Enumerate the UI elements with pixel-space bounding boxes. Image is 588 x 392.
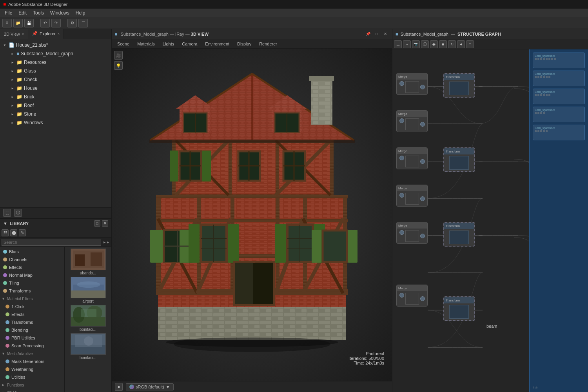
port-in-4[interactable] xyxy=(399,193,404,198)
lib-normal-map[interactable]: Normal Map xyxy=(0,271,64,279)
lib-pbr[interactable]: PBR Utilities xyxy=(0,334,64,342)
tree-brick[interactable]: ► 📁 Brick xyxy=(0,93,111,101)
port-out-4[interactable] xyxy=(420,196,425,201)
port-in-5[interactable] xyxy=(399,230,404,235)
viewport-area[interactable]: 🎥 💡 Photoreal Iterations: 500/500 Time: … xyxy=(112,49,392,381)
toolbar-btn4[interactable]: ☰ xyxy=(78,19,88,27)
vp-menu-scene[interactable]: Scene xyxy=(113,41,133,47)
port-in-1[interactable] xyxy=(399,81,404,86)
graph-btn-3[interactable]: 📷 xyxy=(412,40,420,48)
node-merge-5[interactable]: Merge xyxy=(396,222,428,244)
graph-btn-4[interactable]: ⓘ xyxy=(421,40,429,48)
vp-close-btn[interactable]: ✕ xyxy=(382,31,389,38)
toolbar-undo[interactable]: ↶ xyxy=(40,19,50,27)
view3d-header[interactable]: ▼ 3D View xyxy=(0,389,64,392)
port-in-2[interactable] xyxy=(399,118,404,123)
graph-btn-9[interactable]: ≡ xyxy=(466,40,474,48)
thumb-airport[interactable]: airport xyxy=(66,277,110,303)
lib-blurs[interactable]: Blurs xyxy=(0,248,64,256)
blue-node-2[interactable]: Brick_stylesheet xyxy=(533,71,585,86)
toolbar-save[interactable]: 💾 xyxy=(24,19,34,27)
node-transform-4[interactable]: Transform xyxy=(443,296,475,321)
functions-header[interactable]: ► Functions xyxy=(0,381,64,389)
port-out-6[interactable] xyxy=(420,296,425,301)
blue-node-1[interactable]: Brick_stylesheet xyxy=(533,53,585,68)
node-transform-3[interactable]: Transform xyxy=(443,222,475,247)
vp-menu-environment[interactable]: Environment xyxy=(201,41,233,47)
light-icon-btn[interactable]: 💡 xyxy=(114,61,123,70)
tab-2d-view[interactable]: 2D View × xyxy=(0,29,28,39)
lib-btn2[interactable]: ⬤ xyxy=(10,229,17,236)
lib-utilities[interactable]: Utilities xyxy=(0,373,64,381)
library-search-input[interactable] xyxy=(2,239,101,246)
port-in-6[interactable] xyxy=(399,293,404,298)
tab-2d-close[interactable]: × xyxy=(22,32,24,36)
tree-resources[interactable]: ► 📁 Resources xyxy=(0,58,111,67)
tree-check[interactable]: ► 📁 Check xyxy=(0,75,111,84)
port-out-5[interactable] xyxy=(420,234,425,238)
tree-house[interactable]: ► 📁 House xyxy=(0,84,111,93)
menu-help[interactable]: Help xyxy=(73,9,89,16)
toolbar-btn3[interactable]: ⚙ xyxy=(67,19,77,27)
lib-transforms[interactable]: Transforms xyxy=(0,287,64,295)
graph-btn-2[interactable]: → xyxy=(403,40,411,48)
lib-effects[interactable]: Effects xyxy=(0,263,64,271)
library-expand[interactable]: ▼ xyxy=(3,221,7,226)
port-in-3[interactable] xyxy=(399,156,404,160)
blue-node-3[interactable]: Brick_stylesheet xyxy=(533,89,585,104)
node-merge-4[interactable]: Merge xyxy=(396,185,428,207)
panel-icon-1[interactable]: ☷ xyxy=(3,209,11,217)
vp-menu-renderer[interactable]: Renderer xyxy=(255,41,281,47)
menu-windows[interactable]: Windows xyxy=(47,9,73,16)
menu-tools[interactable]: Tools xyxy=(30,9,47,16)
tab-explorer[interactable]: 📌 Explorer × xyxy=(28,29,64,39)
graph-btn-7[interactable]: ↻ xyxy=(448,40,456,48)
vp-menu-camera[interactable]: Camera xyxy=(178,41,201,47)
vp-menu-display[interactable]: Display xyxy=(233,41,255,47)
library-close[interactable]: ✕ xyxy=(102,220,108,227)
color-profile-dropdown[interactable]: sRGB (default) ▼ xyxy=(126,383,174,390)
toolbar-redo[interactable]: ↷ xyxy=(51,19,61,27)
port-out-1[interactable] xyxy=(420,85,425,89)
thumb-bonifaci1[interactable]: bonifaci... xyxy=(66,305,110,332)
lib-transforms2[interactable]: Transforms xyxy=(0,318,64,326)
lib-btn3[interactable]: ✎ xyxy=(19,229,26,236)
lib-tiling[interactable]: Tiling xyxy=(0,279,64,287)
node-merge-2[interactable]: Merge xyxy=(396,110,428,132)
tree-roof[interactable]: ► 📁 Roof xyxy=(0,101,111,110)
graph-btn-1[interactable]: ☷ xyxy=(394,40,402,48)
panel-icon-2[interactable]: ⓘ xyxy=(14,209,22,217)
graph-btn-8[interactable]: ◄ xyxy=(457,40,465,48)
viewport-bottom-icon[interactable]: ■ xyxy=(115,383,123,391)
thumb-bonifaci2[interactable]: bonifaci... xyxy=(66,333,110,360)
blue-node-4[interactable]: Brick_stylesheet xyxy=(533,107,585,122)
lib-mask-generators[interactable]: Mask Generators xyxy=(0,358,64,365)
menu-edit[interactable]: Edit xyxy=(15,9,30,16)
lib-btn1[interactable]: ☷ xyxy=(2,229,9,236)
lib-1click[interactable]: 1-Click xyxy=(0,303,64,310)
tree-windows[interactable]: ► 📁 Windows xyxy=(0,118,111,127)
graph-area[interactable]: Merge Merge xyxy=(392,49,588,392)
menu-file[interactable]: File xyxy=(2,9,15,16)
node-merge-6[interactable]: Merge xyxy=(396,285,428,307)
lib-blending[interactable]: Blending xyxy=(0,326,64,334)
lib-channels[interactable]: Channels xyxy=(0,256,64,263)
lib-weathering[interactable]: Weathering xyxy=(0,365,64,373)
vp-menu-materials[interactable]: Materials xyxy=(133,41,159,47)
lib-effects2[interactable]: Effects xyxy=(0,310,64,318)
camera-icon-btn[interactable]: 🎥 xyxy=(114,51,123,60)
node-transform-2[interactable]: Transform xyxy=(443,147,475,172)
library-maximize[interactable]: □ xyxy=(94,220,100,227)
tree-glass[interactable]: ► 📁 Glass xyxy=(0,67,111,75)
vp-maximize-btn[interactable]: □ xyxy=(373,31,380,38)
lib-scan-processing[interactable]: Scan Processing xyxy=(0,342,64,350)
port-out-2[interactable] xyxy=(420,122,425,127)
mesh-adaptive-header[interactable]: ▼ Mesh Adaptive xyxy=(0,350,64,358)
tree-root-file[interactable]: ▼ 📄 House_21.sbs* xyxy=(0,41,111,49)
node-merge-3[interactable]: Merge xyxy=(396,147,428,169)
vp-pin-btn[interactable]: 📌 xyxy=(365,31,372,38)
toolbar-new[interactable]: 🗎 xyxy=(2,19,12,27)
node-transform-1[interactable]: Transform xyxy=(443,73,475,98)
tree-model-graph[interactable]: ► ■ Substance_Model_graph xyxy=(0,49,111,58)
tab-explorer-close[interactable]: × xyxy=(58,32,60,36)
